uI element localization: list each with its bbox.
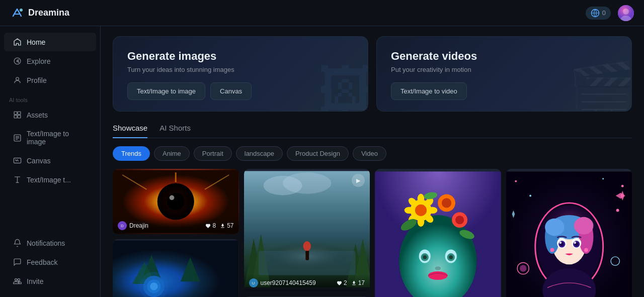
gallery-item-eye[interactable]: D Dreajin 8 57 xyxy=(113,169,239,234)
filter-anime[interactable]: Anime xyxy=(154,146,190,161)
sidebar-item-profile-label: Profile xyxy=(27,76,47,84)
gallery-item-flower-face[interactable] xyxy=(375,169,501,297)
sidebar-item-text-image[interactable]: Text/Image to image xyxy=(4,125,96,151)
sidebar-item-invite-label: Invite xyxy=(27,277,43,285)
svg-point-52 xyxy=(449,255,453,259)
filter-product-design[interactable]: Product Design xyxy=(287,146,349,161)
generate-images-card: 🖼 Generate images Turn your ideas into s… xyxy=(113,36,368,112)
svg-rect-21 xyxy=(113,240,239,297)
svg-point-85 xyxy=(545,219,565,236)
svg-point-75 xyxy=(602,178,604,179)
eye-overlay: D Dreajin 8 57 xyxy=(113,217,239,234)
svg-point-61 xyxy=(418,217,424,227)
forest-stats: 2 17 xyxy=(337,279,365,286)
sidebar-item-explore[interactable]: Explore xyxy=(4,52,96,70)
forest-user: U user9207140415459 xyxy=(249,278,316,287)
eye-stats: 8 57 xyxy=(205,222,233,229)
generate-videos-card: 🎬 Generate videos Put your creativity in… xyxy=(376,36,632,112)
notification-count: 0 xyxy=(602,9,606,17)
feedback-icon xyxy=(13,258,22,266)
logo[interactable]: Dreamina xyxy=(10,6,69,20)
sidebar-item-notifications[interactable]: Notifications xyxy=(4,234,96,252)
gallery-item-anime-girl[interactable] xyxy=(506,169,632,297)
hero-images-subtitle: Turn your ideas into stunning images xyxy=(127,66,354,73)
sidebar-item-text-image-t-label: Text/Image t... xyxy=(27,176,71,184)
image-grid: D Dreajin 8 57 xyxy=(113,169,632,297)
main-nav: Home Explore Profile xyxy=(0,32,100,90)
sidebar-item-feedback-label: Feedback xyxy=(27,258,57,266)
notification-badge[interactable]: 0 xyxy=(586,7,611,20)
sidebar-item-feedback[interactable]: Feedback xyxy=(4,253,96,271)
tab-ai-shorts[interactable]: AI Shorts xyxy=(159,124,191,138)
tab-showcase[interactable]: Showcase xyxy=(113,124,147,138)
forest-image xyxy=(244,169,370,289)
image-col-1: D Dreajin 8 57 xyxy=(113,169,239,297)
sidebar-item-assets[interactable]: Assets xyxy=(4,106,96,124)
filter-video[interactable]: Video xyxy=(353,146,386,161)
forest-user-avatar: U xyxy=(249,278,258,287)
filter-trends[interactable]: Trends xyxy=(113,146,150,161)
sidebar: Home Explore Profile AI tools xyxy=(0,26,101,297)
home-icon xyxy=(13,38,22,46)
sidebar-item-home-label: Home xyxy=(27,38,45,46)
tools-nav: Assets Text/Image to image Canvas xyxy=(0,105,100,189)
svg-point-40 xyxy=(303,241,310,251)
avatar[interactable] xyxy=(618,5,634,21)
showcase-tabs: Showcase AI Shorts xyxy=(113,124,632,138)
invite-icon xyxy=(13,277,22,285)
hero-images-buttons: Text/Image to image Canvas xyxy=(127,82,354,100)
forest-play-btn[interactable]: ▶ xyxy=(352,174,365,187)
hero-videos-subtitle: Put your creativity in motion xyxy=(391,66,617,73)
gallery-item-roses[interactable] xyxy=(113,239,239,297)
avatar-image xyxy=(618,5,634,21)
svg-point-99 xyxy=(519,265,526,271)
sidebar-item-notifications-label: Notifications xyxy=(27,239,65,247)
ai-tools-label: AI tools xyxy=(0,90,100,105)
svg-point-95 xyxy=(550,248,554,252)
sidebar-item-canvas-label: Canvas xyxy=(27,157,50,165)
text-image-to-video-button[interactable]: Text/Image to video xyxy=(391,82,467,100)
svg-point-0 xyxy=(20,9,23,12)
app-name: Dreamina xyxy=(28,8,69,18)
sidebar-item-canvas[interactable]: Canvas xyxy=(4,151,96,170)
svg-rect-7 xyxy=(14,112,17,115)
bottom-nav: Notifications Feedback Invite xyxy=(0,233,100,291)
app-header: Dreamina 0 xyxy=(0,0,644,26)
sidebar-item-invite[interactable]: Invite xyxy=(4,272,96,290)
filter-landscape[interactable]: landscape xyxy=(236,146,283,161)
sidebar-item-home[interactable]: Home xyxy=(4,33,96,51)
hero-videos-buttons: Text/Image to video xyxy=(391,82,617,100)
svg-point-86 xyxy=(574,217,593,235)
svg-point-57 xyxy=(418,194,424,204)
roses-image xyxy=(113,239,239,297)
svg-point-76 xyxy=(529,195,531,197)
svg-point-16 xyxy=(167,193,185,211)
sidebar-item-text-image-t[interactable]: Text/Image t... xyxy=(4,170,96,189)
svg-point-54 xyxy=(435,266,441,270)
text-image-to-image-button[interactable]: Text/Image to image xyxy=(127,82,205,100)
gallery-item-forest[interactable]: ▶ U user9207140415459 2 xyxy=(244,169,370,291)
svg-point-31 xyxy=(283,172,331,193)
filter-row: Trends Anime Portrait landscape Product … xyxy=(113,146,632,161)
svg-point-77 xyxy=(616,209,619,212)
bell-icon xyxy=(13,239,22,247)
svg-point-17 xyxy=(170,195,175,200)
forest-overlay: U user9207140415459 2 17 xyxy=(244,274,370,291)
flower-face-image xyxy=(375,169,501,297)
svg-point-56 xyxy=(415,205,427,216)
svg-point-73 xyxy=(515,180,517,182)
hero-images-title: Generate images xyxy=(127,50,354,63)
sidebar-item-assets-label: Assets xyxy=(27,111,48,119)
svg-rect-9 xyxy=(14,115,17,118)
canvas-button[interactable]: Canvas xyxy=(210,82,252,100)
forest-downloads: 17 xyxy=(351,279,365,286)
svg-rect-10 xyxy=(18,115,21,118)
svg-point-6 xyxy=(16,77,19,80)
filter-portrait[interactable]: Portrait xyxy=(194,146,232,161)
svg-point-53 xyxy=(428,271,448,280)
image-col-4 xyxy=(506,169,632,297)
svg-rect-39 xyxy=(305,250,309,260)
sidebar-item-profile[interactable]: Profile xyxy=(4,71,96,89)
explore-icon xyxy=(13,57,22,65)
image-col-2: ▶ U user9207140415459 2 xyxy=(244,169,370,297)
